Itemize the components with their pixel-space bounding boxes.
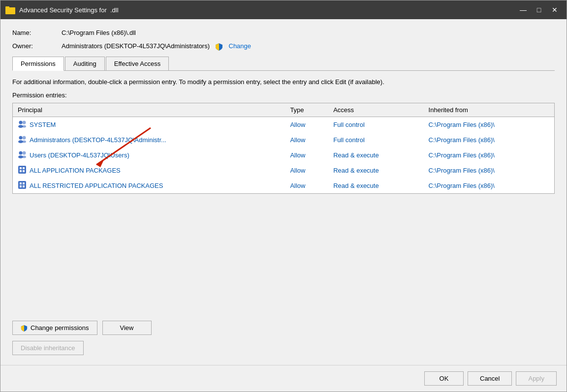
apply-button[interactable]: Apply xyxy=(516,371,557,386)
description-text: For additional information, double-click… xyxy=(12,78,555,87)
col-header-access: Access xyxy=(328,103,423,117)
col-header-type: Type xyxy=(285,103,328,117)
svg-rect-19 xyxy=(23,170,25,172)
permission-table: Principal Type Access Inherited from SYS… xyxy=(13,103,554,193)
principal-name: SYSTEM xyxy=(30,121,56,128)
minimize-button[interactable]: — xyxy=(516,4,530,16)
principal-name: Administrators (DESKTOP-4L537JQ\Administ… xyxy=(30,136,166,144)
tab-permissions[interactable]: Permissions xyxy=(12,57,64,71)
table-row[interactable]: Administrators (DESKTOP-4L537JQ\Administ… xyxy=(13,132,554,148)
table-header-row: Principal Type Access Inherited from xyxy=(13,103,554,117)
app-icon xyxy=(18,181,27,191)
svg-point-3 xyxy=(19,121,23,124)
table-row[interactable]: ALL APPLICATION PACKAGESAllowRead & exec… xyxy=(13,163,554,178)
svg-point-11 xyxy=(19,151,23,154)
svg-point-9 xyxy=(23,136,26,139)
main-window: Advanced Security Settings for .dll — □ … xyxy=(0,0,567,392)
svg-point-14 xyxy=(22,155,26,158)
name-label: Name: xyxy=(12,29,62,36)
permission-entries-label: Permission entries: xyxy=(12,91,555,99)
cell-type: Allow xyxy=(285,117,328,132)
principal-name: ALL RESTRICTED APPLICATION PACKAGES xyxy=(30,182,163,189)
close-button[interactable]: ✕ xyxy=(548,4,562,16)
disable-inheritance-button[interactable]: Disable inheritance xyxy=(12,341,84,355)
user-icon xyxy=(18,135,27,145)
cell-inherited-from: C:\Program Files (x86)\ xyxy=(424,178,554,193)
shield-small-icon xyxy=(21,325,28,332)
tab-auditing[interactable]: Auditing xyxy=(65,57,105,70)
folder-icon xyxy=(5,5,15,15)
svg-rect-18 xyxy=(20,170,22,172)
cancel-button[interactable]: Cancel xyxy=(468,371,512,386)
cell-access: Read & execute xyxy=(328,163,423,178)
title-bar: Advanced Security Settings for .dll — □ … xyxy=(0,0,567,19)
svg-rect-17 xyxy=(23,167,25,169)
title-bar-controls: — □ ✕ xyxy=(516,4,562,16)
owner-value: Administrators (DESKTOP-4L537JQ\Administ… xyxy=(62,42,555,51)
cell-principal: Users (DESKTOP-4L537JQ\Users) xyxy=(13,148,285,163)
cell-access: Full control xyxy=(328,132,423,148)
change-owner-link[interactable]: Change xyxy=(229,42,252,50)
permission-table-wrapper: Principal Type Access Inherited from SYS… xyxy=(12,103,555,315)
user-icon xyxy=(18,150,27,160)
table-row[interactable]: SYSTEMAllowFull controlC:\Program Files … xyxy=(13,117,554,132)
svg-rect-2 xyxy=(5,6,9,8)
svg-point-13 xyxy=(23,151,26,154)
tab-effective-access[interactable]: Effective Access xyxy=(106,57,169,70)
cell-principal: ALL APPLICATION PACKAGES xyxy=(13,163,285,178)
table-row[interactable]: ALL RESTRICTED APPLICATION PACKAGESAllow… xyxy=(13,178,554,193)
title-bar-text: Advanced Security Settings for .dll xyxy=(19,6,516,14)
svg-rect-23 xyxy=(20,185,22,187)
svg-rect-24 xyxy=(23,185,25,187)
svg-rect-20 xyxy=(18,181,26,189)
cell-inherited-from: C:\Program Files (x86)\ xyxy=(424,148,554,163)
cell-principal: SYSTEM xyxy=(13,117,285,132)
action-buttons-row: Change permissions View xyxy=(12,321,555,335)
tabs-container: Permissions Auditing Effective Access xyxy=(12,57,555,71)
shield-icon xyxy=(215,43,223,51)
name-row: Name: C:\Program Files (x86)\.dll xyxy=(12,29,555,36)
svg-point-6 xyxy=(22,125,26,127)
change-permissions-button[interactable]: Change permissions xyxy=(12,321,97,335)
cell-type: Allow xyxy=(285,178,328,193)
cell-type: Allow xyxy=(285,148,328,163)
view-button[interactable]: View xyxy=(102,321,152,335)
col-header-inherited: Inherited from xyxy=(424,103,554,117)
name-value: C:\Program Files (x86)\.dll xyxy=(62,29,555,36)
cell-access: Read & execute xyxy=(328,178,423,193)
cell-access: Read & execute xyxy=(328,148,423,163)
svg-rect-15 xyxy=(18,166,26,174)
owner-row: Owner: Administrators (DESKTOP-4L537JQ\A… xyxy=(12,42,555,51)
permission-table-container: Principal Type Access Inherited from SYS… xyxy=(12,103,555,194)
svg-rect-21 xyxy=(20,182,22,184)
svg-rect-22 xyxy=(23,182,25,184)
footer: OK Cancel Apply xyxy=(0,365,567,392)
cell-access: Full control xyxy=(328,117,423,132)
col-header-principal: Principal xyxy=(13,103,285,117)
maximize-button[interactable]: □ xyxy=(532,4,546,16)
user-icon xyxy=(18,120,27,130)
ok-button[interactable]: OK xyxy=(424,371,464,386)
svg-point-10 xyxy=(22,140,26,143)
principal-name: Users (DESKTOP-4L537JQ\Users) xyxy=(30,151,129,159)
app-icon xyxy=(18,165,27,176)
svg-point-7 xyxy=(19,136,23,139)
cell-type: Allow xyxy=(285,132,328,148)
cell-type: Allow xyxy=(285,163,328,178)
cell-inherited-from: C:\Program Files (x86)\ xyxy=(424,163,554,178)
owner-label: Owner: xyxy=(12,42,62,50)
cell-principal: Administrators (DESKTOP-4L537JQ\Administ… xyxy=(13,132,285,148)
cell-inherited-from: C:\Program Files (x86)\ xyxy=(424,117,554,132)
table-body: SYSTEMAllowFull controlC:\Program Files … xyxy=(13,117,554,193)
disable-inheritance-row: Disable inheritance xyxy=(12,341,555,355)
cell-principal: ALL RESTRICTED APPLICATION PACKAGES xyxy=(13,178,285,193)
svg-point-5 xyxy=(23,121,26,124)
content-area: Name: C:\Program Files (x86)\.dll Owner:… xyxy=(0,19,567,365)
cell-inherited-from: C:\Program Files (x86)\ xyxy=(424,132,554,148)
principal-name: ALL APPLICATION PACKAGES xyxy=(30,167,121,174)
table-row[interactable]: Users (DESKTOP-4L537JQ\Users)AllowRead &… xyxy=(13,148,554,163)
svg-rect-16 xyxy=(20,167,22,169)
